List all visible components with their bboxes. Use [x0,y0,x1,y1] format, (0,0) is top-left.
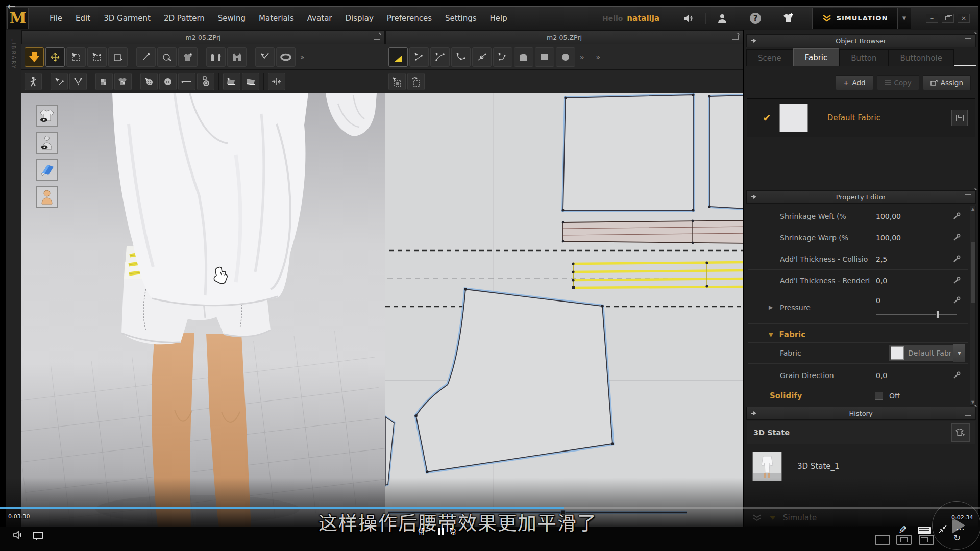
button-tool-button[interactable] [159,73,177,90]
layout-split-icon[interactable] [875,535,890,545]
history-group-row[interactable]: 3D State [747,421,975,444]
scroll-up-icon[interactable]: ▲ [970,207,975,211]
edit-texture-tool-button[interactable] [108,47,128,67]
trace-tool-button[interactable] [493,47,512,67]
player-back-icon[interactable]: ← [7,0,16,12]
fabric-view-toggle[interactable] [36,159,58,181]
popout-icon[interactable] [965,38,971,43]
viewport-2d-titlebar[interactable]: m2-05.ZPrj [385,30,743,44]
simulate-tool-button[interactable] [24,47,44,67]
record-3d-state-button[interactable] [951,423,970,442]
symmetric-garment-tool-button[interactable] [206,47,226,67]
pattern-select-tool-button[interactable] [388,47,408,67]
edit-curvature-tool-button[interactable] [430,47,450,67]
fabric-list-item[interactable]: ✔ Default Fabric [747,98,975,137]
wrench-icon[interactable] [952,296,961,305]
popout-icon[interactable] [732,35,739,40]
edit-curve-point-tool-button[interactable] [451,47,471,67]
menu-sewing[interactable]: Sewing [211,7,252,30]
waistband-strip-pattern[interactable] [562,220,743,244]
close-button[interactable]: × [958,14,970,23]
dropdown-arrow-icon[interactable]: ▼ [953,344,965,362]
buttonhole-line-tool-button[interactable] [178,73,195,90]
edit-pattern-tool-button[interactable] [409,47,429,67]
assign-fabric-button[interactable]: Assign [923,75,971,90]
layout-pip-left-icon[interactable] [919,535,934,545]
restore-button[interactable] [942,14,954,23]
panel-collapse-icon[interactable] [751,411,757,415]
menu-2d-pattern[interactable]: 2D Pattern [157,7,211,30]
button-place-tool-button[interactable] [140,73,158,90]
viewport-3d-titlebar[interactable]: m2-05.ZPrj [21,30,385,44]
menu-materials[interactable]: Materials [252,7,301,30]
show-garment-toggle[interactable] [36,105,58,127]
property-value-field[interactable]: 0,0 [876,277,922,285]
popout-icon[interactable] [965,194,971,199]
layout-pip-center-icon[interactable] [896,535,912,545]
minimize-button[interactable]: – [926,14,938,23]
vest-tool-button[interactable] [227,47,247,67]
property-value-field[interactable]: 100,00 [876,212,922,220]
pin-cursor-tool-button[interactable] [51,73,68,90]
menu-3d-garment[interactable]: 3D Garment [97,7,157,30]
property-value-field[interactable]: 100,00 [876,234,922,242]
toolbar-overflow[interactable]: » [300,53,305,61]
viewport-2d-canvas[interactable] [385,93,743,527]
fabric-name[interactable]: Default Fabric [827,113,951,122]
pressure-slider-knob[interactable] [936,311,939,318]
property-value-field[interactable]: 0,0 [876,371,922,380]
history-header[interactable]: History [746,407,976,420]
copy-fabric-button[interactable]: Copy [877,75,919,90]
rotate-texture-tool-button[interactable] [407,73,425,90]
rectangle-tool-button[interactable] [535,47,554,67]
avatar-pose-tool-button[interactable] [24,73,42,90]
refresh-icon[interactable]: ↻ [953,533,961,543]
new-garment-icon[interactable] [782,12,795,25]
texture-garment-tool-button[interactable] [114,73,132,90]
add-point-tool-button[interactable] [472,47,492,67]
username-label[interactable]: natalija [627,14,659,23]
account-icon[interactable] [716,12,729,25]
menu-help[interactable]: Help [483,7,514,30]
transform-pattern-tool-button[interactable] [87,47,107,67]
popout-icon[interactable] [965,411,971,416]
tab-button[interactable]: Button [839,49,888,66]
pattern-piece-top-right[interactable] [708,95,743,209]
history-item[interactable]: 3D State_1 [747,446,975,486]
compress-arrows-tool-button[interactable] [268,73,285,90]
viewport-3d-canvas[interactable] [21,93,385,527]
fold-3d-tool-button[interactable] [223,73,240,90]
volume-icon[interactable] [13,531,23,541]
tab-scene[interactable]: Scene [746,49,793,66]
toolbar-overflow[interactable]: » [580,53,584,61]
toolbar-overflow-2[interactable]: » [596,53,601,61]
property-editor-scrollbar[interactable]: ▲ ▼ [970,206,976,406]
menu-display[interactable]: Display [339,7,380,30]
tab-buttonhole[interactable]: Buttonhole [889,49,954,66]
double-chevron-down-icon[interactable] [751,514,763,522]
waistband-ring-tool-button[interactable] [276,47,296,67]
library-sidebar[interactable]: LIBRARY [6,30,21,527]
object-browser-header[interactable]: Object Browser [746,34,976,47]
menu-preferences[interactable]: Preferences [380,7,438,30]
save-fabric-button[interactable] [951,110,968,126]
forward-30-button[interactable]: ↻30 [449,525,462,536]
pressure-value-field[interactable]: 0 [876,296,922,305]
speaker-icon[interactable] [682,12,696,25]
property-editor-header[interactable]: Property Editor [746,190,976,204]
show-avatar-toggle[interactable] [36,132,58,154]
select-move-tool-button[interactable] [45,47,65,67]
pin-tool-button[interactable] [136,47,156,67]
pressure-slider[interactable] [876,314,957,315]
wrench-icon[interactable] [952,255,961,263]
simulation-dropdown-arrow[interactable]: ▼ [898,8,911,29]
tab-fabric[interactable]: Fabric [793,48,840,66]
fabric-dropdown[interactable]: Default Fabr ▼ [888,344,966,362]
keyboard-shortcuts-icon[interactable] [918,527,931,534]
wrench-icon[interactable] [952,277,961,285]
solidify-checkbox[interactable] [875,392,883,400]
fabric-section-header[interactable]: ▼ Fabric [748,327,968,342]
danmaku-chat-icon[interactable] [33,532,43,539]
circle-tool-button[interactable] [556,47,575,67]
help-icon[interactable]: ? [749,12,762,25]
